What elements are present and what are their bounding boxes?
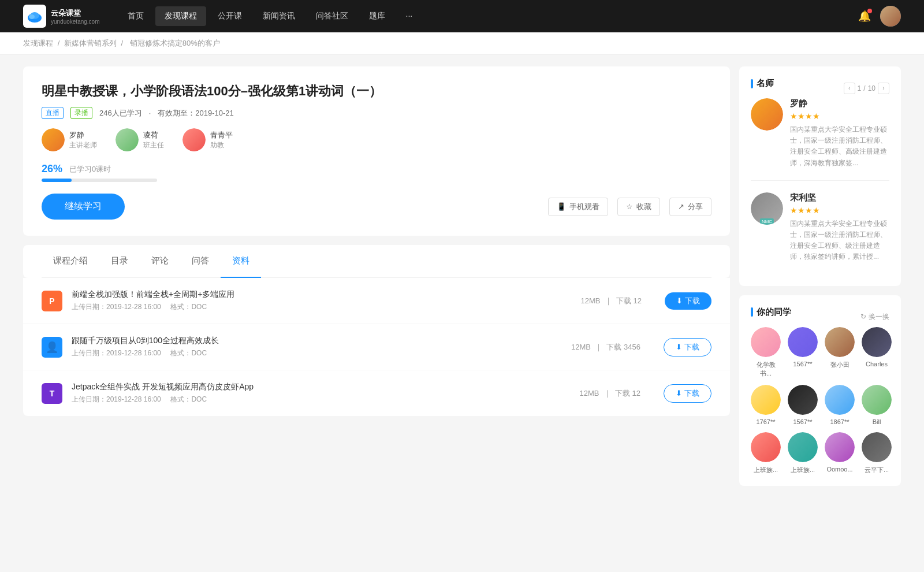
navbar: 云朵课堂 yunduoketang.com 首页 发现课程 公开课 新闻资讯 问… (0, 0, 924, 32)
nav-item-quiz[interactable]: 题库 (360, 6, 394, 26)
course-header: 明星中教授课，小学阶段语法100分–强化级第1讲动词（一） 直播 录播 246人… (23, 66, 730, 236)
continue-learning-button[interactable]: 继续学习 (42, 194, 125, 220)
classmate-avatar-img-11 (862, 432, 892, 462)
classmate-item-1[interactable]: 1567** (788, 327, 818, 378)
course-actions: 继续学习 📱 手机观看 ☆ 收藏 ↗ 分享 (42, 194, 711, 220)
classmate-name-2: 张小田 (830, 361, 850, 369)
classmate-item-9[interactable]: 上班族... (788, 432, 818, 474)
teachers-title-bar: 名师 ‹ 1 / 10 › (751, 78, 889, 98)
mobile-icon: 📱 (557, 202, 566, 211)
nav-items: 首页 发现课程 公开课 新闻资讯 问答社区 题库 ··· (118, 6, 854, 26)
resource-date-1: 上传日期：2019-12-28 16:00 (72, 349, 161, 357)
classmate-name-9: 上班族... (791, 466, 815, 474)
sidebar-teacher-name-0: 罗静 (790, 98, 889, 109)
classmate-avatar-2 (825, 327, 855, 357)
refresh-classmates-button[interactable]: ↻ 换一换 (860, 312, 889, 322)
teacher-info-2: 青青平 助教 (210, 130, 233, 150)
download-button-2[interactable]: ⬇ 下载 (664, 384, 711, 403)
classmate-avatar-img-9 (788, 432, 818, 462)
svg-point-2 (29, 14, 35, 19)
sidebar-teacher-avatar-1: NMC (751, 192, 783, 225)
refresh-label: 换一换 (869, 312, 889, 322)
classmate-item-4[interactable]: 1767** (751, 385, 781, 425)
breadcrumb-link-courses[interactable]: 发现课程 (23, 39, 53, 47)
user-avatar[interactable] (880, 6, 901, 27)
sidebar-teacher-1: NMC 宋利坚 ★★★★ 国内某重点大学安全工程专业硕士，国家一级注册消防工程师… (751, 192, 889, 274)
classmate-avatar-7 (862, 385, 892, 415)
nav-item-open[interactable]: 公开课 (208, 6, 251, 26)
classmate-item-0[interactable]: 化学教书... (751, 327, 781, 378)
teacher-pagination: ‹ 1 / 10 › (844, 83, 889, 94)
resource-format-2: 格式：DOC (170, 395, 207, 403)
teacher-item-1: 凌荷 班主任 (116, 128, 164, 151)
nav-right: 🔔 (858, 6, 901, 27)
teacher-avatar-img-1 (116, 128, 139, 151)
classmate-avatar-img-0 (751, 327, 781, 357)
resource-stats-1: 12MB ｜ 下载 3456 (571, 342, 640, 352)
sidebar-teacher-avatar-img-0 (751, 98, 783, 131)
classmate-item-8[interactable]: 上班族... (751, 432, 781, 474)
tag-record: 录播 (70, 107, 92, 119)
tab-qa[interactable]: 问答 (180, 245, 221, 278)
resource-meta-1: 上传日期：2019-12-28 16:00 格式：DOC (72, 348, 562, 358)
classmate-avatar-10 (825, 432, 855, 462)
classmate-item-10[interactable]: Oomoo... (825, 432, 855, 474)
tabs-section: 课程介绍 目录 评论 问答 资料 (23, 245, 730, 278)
resource-name-0: 前端全栈加强版！前端全栈+全周期+多端应用 (72, 289, 572, 300)
collect-button[interactable]: ☆ 收藏 (617, 198, 660, 216)
teachers-sidebar-title: 名师 (751, 78, 774, 89)
tab-resources[interactable]: 资料 (221, 245, 261, 278)
classmate-item-2[interactable]: 张小田 (825, 327, 855, 378)
resource-format-1: 格式：DOC (170, 349, 207, 357)
resource-name-1: 跟随千万级项目从0到100全过程高效成长 (72, 336, 562, 346)
progress-bar-fill (42, 179, 72, 182)
progress-info: 26% 已学习0课时 (42, 163, 711, 175)
logo[interactable]: 云朵课堂 yunduoketang.com (23, 5, 100, 28)
classmate-item-6[interactable]: 1867** (825, 385, 855, 425)
sidebar-teacher-avatar-0 (751, 98, 783, 131)
file-icon-2: T (42, 383, 62, 404)
sidebar-teacher-desc-0: 国内某重点大学安全工程专业硕士，国家一级注册消防工程师、注册安全工程师、高级注册… (790, 124, 889, 169)
teacher-item-0: 罗静 主讲老师 (42, 128, 97, 151)
share-label: 分享 (688, 202, 703, 212)
course-title: 明星中教授课，小学阶段语法100分–强化级第1讲动词（一） (42, 83, 711, 100)
breadcrumb-link-series[interactable]: 新媒体营销系列 (64, 39, 117, 47)
classmate-item-7[interactable]: Bill (862, 385, 892, 425)
classmate-avatar-img-7 (862, 385, 892, 415)
teacher-name-2: 青青平 (210, 130, 233, 140)
tab-catalog[interactable]: 目录 (99, 245, 140, 278)
classmate-grid: 化学教书... 1567** 张小田 (751, 327, 889, 474)
resource-info-1: 跟随千万级项目从0到100全过程高效成长 上传日期：2019-12-28 16:… (72, 336, 562, 358)
tabs: 课程介绍 目录 评论 问答 资料 (42, 245, 711, 278)
classmate-item-5[interactable]: 1567** (788, 385, 818, 425)
tab-intro[interactable]: 课程介绍 (42, 245, 99, 278)
nav-item-home[interactable]: 首页 (118, 6, 153, 26)
nav-item-courses[interactable]: 发现课程 (155, 6, 206, 26)
mobile-view-button[interactable]: 📱 手机观看 (548, 198, 608, 216)
classmate-item-11[interactable]: 云平下... (862, 432, 892, 474)
nav-item-news[interactable]: 新闻资讯 (254, 6, 304, 26)
mobile-label: 手机观看 (569, 202, 599, 212)
tab-review[interactable]: 评论 (140, 245, 180, 278)
resource-name-2: Jetpack全组件实战 开发短视频应用高仿皮皮虾App (72, 382, 571, 392)
share-button[interactable]: ↗ 分享 (669, 198, 711, 216)
teacher-page-current: 1 (858, 84, 862, 92)
classmate-name-5: 1567** (793, 418, 812, 425)
next-teacher-btn[interactable]: › (878, 83, 889, 94)
nav-item-qa[interactable]: 问答社区 (307, 6, 357, 26)
classmate-avatar-3 (862, 327, 892, 357)
classmate-item-3[interactable]: Charles (862, 327, 892, 378)
teacher-role-0: 主讲老师 (69, 140, 97, 150)
classmate-avatar-img-6 (825, 385, 855, 415)
teacher-role-2: 助教 (210, 140, 233, 150)
classmate-avatar-11 (862, 432, 892, 462)
download-button-1[interactable]: ⬇ 下载 (664, 338, 711, 356)
bell-icon[interactable]: 🔔 (858, 10, 871, 23)
prev-teacher-btn[interactable]: ‹ (844, 83, 855, 94)
resource-item-0: P 前端全栈加强版！前端全栈+全周期+多端应用 上传日期：2019-12-28 … (23, 278, 730, 324)
download-button-0[interactable]: ⬇ 下载 (665, 292, 711, 310)
teacher-avatar-img-0 (42, 128, 65, 151)
resource-item-1: 👤 跟随千万级项目从0到100全过程高效成长 上传日期：2019-12-28 1… (23, 324, 730, 370)
nav-item-more[interactable]: ··· (397, 6, 422, 26)
sidebar: 名师 ‹ 1 / 10 › 罗静 ★★★★ 国内某重点大学安全工程专业硕士，国家… (739, 66, 901, 495)
